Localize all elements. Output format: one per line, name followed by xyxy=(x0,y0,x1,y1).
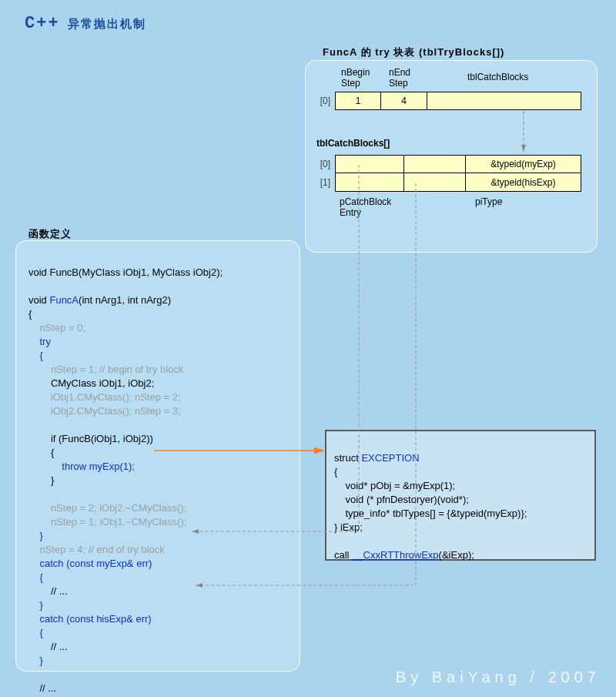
code-line: struct xyxy=(334,452,361,464)
code-line: } xyxy=(28,655,43,666)
code-line: (int nArg1, int nArg2) xyxy=(79,294,171,306)
cell-type: &typeid(myExp) xyxy=(466,155,581,173)
code-line: if (FuncB(iObj1, iObj2)) xyxy=(28,433,153,444)
code-line: nStep = 4; // end of try block xyxy=(28,544,165,555)
code-line: void (* pfnDestoryer)(void*); xyxy=(334,494,469,505)
hdr-catchblocks: tblCatchBlocks xyxy=(467,72,528,82)
code-line: void xyxy=(28,294,49,306)
ftr-pitype: piType xyxy=(475,196,502,207)
cell-end: 4 xyxy=(381,92,427,110)
code-line: } xyxy=(28,599,43,611)
code-line: nStep = 0; xyxy=(28,322,85,333)
code-line: { xyxy=(28,627,43,638)
code-line: { xyxy=(28,308,32,320)
hdr-nend: nEnd Step xyxy=(389,67,410,89)
code-line: catch (const myExp& err) xyxy=(28,558,152,569)
code-line: iObj2.CMyClass(); nStep = 3; xyxy=(28,405,181,417)
title-cn: 异常抛出机制 xyxy=(63,17,146,30)
code-line: (&iExp); xyxy=(439,549,474,561)
ftr-entry: pCatchBlock Entry xyxy=(340,196,391,218)
cell-begin: 1 xyxy=(335,92,381,110)
code-line: } iExp; xyxy=(334,521,363,533)
code-line: nStep = 1; iObj1.~CMyClass(); xyxy=(28,516,186,528)
code-line: CMyClass iObj1, iObj2; xyxy=(28,377,154,389)
code-line: // ... xyxy=(28,641,68,652)
row-index: [1] xyxy=(313,173,335,192)
code-link: __CxxRTThrowExp xyxy=(352,549,438,561)
code-line: { xyxy=(28,571,43,583)
exception-code: struct EXCEPTION { void* pObj = &myExp(1… xyxy=(326,431,594,568)
credit: By BaiYang / 2007 xyxy=(396,669,601,686)
cell-mid xyxy=(404,173,466,192)
code-line: iObj1.CMyClass(); nStep = 2; xyxy=(28,391,181,403)
code-line: call xyxy=(334,549,352,561)
catch-table-label: tblCatchBlocks[] xyxy=(316,138,390,149)
catch-table: [0] &typeid(myExp) [1] &typeid(hisExp) xyxy=(313,155,581,192)
function-label: 函数定义 xyxy=(28,227,72,241)
code-line: EXCEPTION xyxy=(361,452,419,464)
exception-box: struct EXCEPTION { void* pObj = &myExp(1… xyxy=(325,430,596,561)
code-line: { xyxy=(28,350,43,361)
cell-entry xyxy=(335,173,404,192)
code-line: } xyxy=(28,474,54,486)
row-index: [0] xyxy=(313,155,335,173)
code-line: { xyxy=(334,466,337,478)
function-code: void FuncB(MyClass iObj1, MyClass iObj2)… xyxy=(16,241,300,697)
cell-entry xyxy=(335,155,404,173)
code-line: // ... xyxy=(28,682,56,694)
page-title: C++ 异常抛出机制 xyxy=(25,14,146,33)
row-index: [0] xyxy=(313,92,335,110)
code-line: void* pObj = &myExp(1); xyxy=(334,480,455,491)
cell-type: &typeid(hisExp) xyxy=(466,173,581,192)
code-line: // ... xyxy=(28,585,68,597)
hdr-nbegin: nBegin Step xyxy=(341,67,370,89)
cell-mid xyxy=(404,155,466,173)
code-line xyxy=(28,461,62,472)
code-line: nStep = 2; iObj2.~CMyClass(); xyxy=(28,502,186,514)
code-line: catch (const hisExp& err) xyxy=(28,613,152,625)
try-table-panel: FuncA 的 try 块表 (tblTryBlocks[]) nBegin S… xyxy=(305,60,598,253)
code-line: void FuncB(MyClass iObj1, MyClass iObj2)… xyxy=(28,266,223,278)
code-line: nStep = 1; // begin of try block xyxy=(28,364,183,375)
code-line: { xyxy=(28,447,54,458)
table-row: [0] &typeid(myExp) xyxy=(313,155,581,173)
try-table: [0] 1 4 xyxy=(313,92,581,110)
table-row: [0] 1 4 xyxy=(313,92,581,110)
try-table-label: FuncA 的 try 块表 (tblTryBlocks[]) xyxy=(323,45,504,59)
code-line: try xyxy=(28,336,51,347)
code-funcname: FuncA xyxy=(49,294,79,306)
title-cpp: C++ xyxy=(25,14,60,33)
code-line: } xyxy=(28,530,43,541)
code-throw: throw myExp(1); xyxy=(62,461,135,472)
cell-catch xyxy=(427,92,581,110)
code-line: type_info* tblTypes[] = {&typeid(myExp)}… xyxy=(334,508,527,519)
table-row: [1] &typeid(hisExp) xyxy=(313,173,581,192)
function-panel: 函数定义 void FuncB(MyClass iObj1, MyClass i… xyxy=(15,240,300,672)
